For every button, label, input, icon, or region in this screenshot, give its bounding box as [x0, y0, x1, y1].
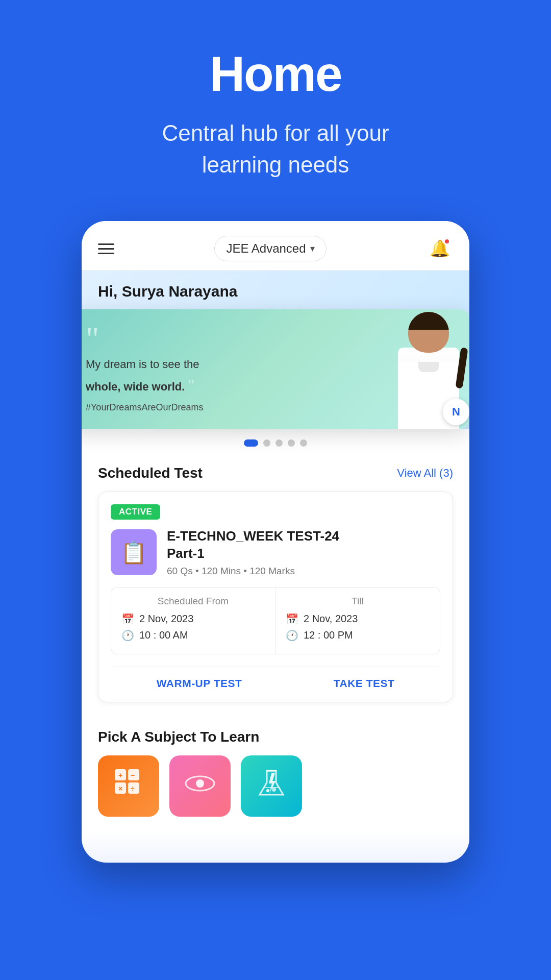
- banner-area: Hi, Surya Narayana " My dream is to see …: [82, 271, 469, 429]
- test-details: E-TECHNO_WEEK TEST-24 Part-1 60 Qs • 120…: [167, 528, 440, 577]
- active-badge: ACTIVE: [111, 504, 160, 520]
- student-photo: N: [393, 317, 469, 429]
- carousel-dot-2[interactable]: [263, 439, 270, 447]
- math-subject-card[interactable]: + − × ÷: [98, 755, 159, 817]
- carousel-dot-4[interactable]: [288, 439, 295, 447]
- from-date-row: 📅 2 Nov, 2023: [121, 613, 265, 625]
- test-clipboard-icon: 📋: [120, 540, 147, 565]
- chemistry-subject-card[interactable]: [241, 755, 302, 817]
- physics-icon: [185, 768, 215, 804]
- notification-bell-button[interactable]: 🔔: [427, 235, 453, 262]
- school-logo-badge: N: [443, 399, 469, 425]
- svg-text:×: ×: [118, 785, 122, 793]
- test-meta: 60 Qs • 120 Mins • 120 Marks: [167, 566, 440, 577]
- subject-section: Pick A Subject To Learn + − × ÷: [82, 725, 469, 832]
- test-name: E-TECHNO_WEEK TEST-24 Part-1: [167, 528, 440, 562]
- quote-body: My dream is to see the whole, wide world…: [86, 356, 359, 397]
- svg-point-9: [196, 779, 204, 788]
- hamburger-menu-icon[interactable]: [98, 243, 114, 254]
- clock-icon-2: 🕐: [286, 629, 298, 642]
- exam-selector-dropdown[interactable]: JEE Advanced ▾: [214, 236, 326, 261]
- schedule-till-label: Till: [286, 596, 430, 607]
- test-info-row: 📋 E-TECHNO_WEEK TEST-24 Part-1 60 Qs • 1…: [111, 528, 440, 577]
- subject-section-title: Pick A Subject To Learn: [98, 729, 453, 745]
- page-title: Home: [210, 46, 342, 102]
- carousel-dot-3[interactable]: [276, 439, 283, 447]
- schedule-from-col: Scheduled From 📅 2 Nov, 2023 🕐 10 : 00 A…: [111, 587, 276, 654]
- scheduled-test-title: Scheduled Test: [98, 465, 203, 481]
- svg-text:+: +: [118, 771, 122, 779]
- till-time-row: 🕐 12 : 00 PM: [286, 629, 430, 642]
- scheduled-test-header: Scheduled Test View All (3): [98, 465, 453, 481]
- svg-point-10: [266, 789, 269, 792]
- from-time: 10 : 00 AM: [139, 629, 188, 641]
- main-content: Scheduled Test View All (3) ACTIVE 📋 E-T…: [82, 455, 469, 725]
- from-time-row: 🕐 10 : 00 AM: [121, 629, 265, 642]
- phone-mockup: JEE Advanced ▾ 🔔 Hi, Surya Narayana " My…: [82, 221, 469, 863]
- hero-section: Home Central hub for all yourlearning ne…: [0, 0, 551, 206]
- quote-card: " My dream is to see the whole, wide wor…: [82, 309, 469, 429]
- take-test-button[interactable]: TAKE TEST: [334, 677, 395, 690]
- calendar-icon-2: 📅: [286, 613, 298, 625]
- till-time: 12 : 00 PM: [304, 629, 353, 641]
- test-actions: WARM-UP TEST TAKE TEST: [111, 667, 440, 690]
- schedule-till-col: Till 📅 2 Nov, 2023 🕐 12 : 00 PM: [276, 587, 440, 654]
- warmup-test-button[interactable]: WARM-UP TEST: [157, 677, 242, 690]
- carousel-dot-5[interactable]: [300, 439, 307, 447]
- schedule-from-label: Scheduled From: [121, 596, 265, 607]
- quote-open-marks: ": [86, 326, 359, 352]
- till-date: 2 Nov, 2023: [304, 613, 358, 625]
- subject-cards-row: + − × ÷: [98, 755, 453, 817]
- phone-mockup-wrapper: JEE Advanced ▾ 🔔 Hi, Surya Narayana " My…: [0, 206, 551, 863]
- chevron-down-icon: ▾: [310, 243, 315, 254]
- calendar-icon: 📅: [121, 613, 134, 625]
- view-all-link[interactable]: View All (3): [397, 467, 453, 480]
- school-logo-text: N: [452, 405, 460, 419]
- greeting-text: Hi, Surya Narayana: [98, 283, 453, 300]
- bottom-fade: [82, 832, 469, 863]
- till-date-row: 📅 2 Nov, 2023: [286, 613, 430, 625]
- carousel-dots: [82, 429, 469, 455]
- svg-text:−: −: [131, 771, 135, 779]
- test-card: ACTIVE 📋 E-TECHNO_WEEK TEST-24 Part-1 60…: [98, 492, 453, 702]
- hero-subtitle: Central hub for all yourlearning needs: [162, 117, 389, 180]
- clock-icon: 🕐: [121, 629, 134, 642]
- exam-selector-label: JEE Advanced: [226, 241, 306, 256]
- svg-point-11: [272, 788, 276, 792]
- svg-text:÷: ÷: [131, 785, 135, 793]
- chemistry-icon: [258, 768, 285, 804]
- test-icon-box: 📋: [111, 529, 157, 575]
- from-date: 2 Nov, 2023: [139, 613, 193, 625]
- schedule-grid: Scheduled From 📅 2 Nov, 2023 🕐 10 : 00 A…: [111, 587, 440, 654]
- app-topbar: JEE Advanced ▾ 🔔: [82, 221, 469, 271]
- physics-subject-card[interactable]: [169, 755, 231, 817]
- math-icon: + − × ÷: [115, 769, 142, 803]
- carousel-dot-1[interactable]: [244, 439, 258, 447]
- quote-hashtag: #YourDreamsAreOurDreams: [86, 402, 359, 413]
